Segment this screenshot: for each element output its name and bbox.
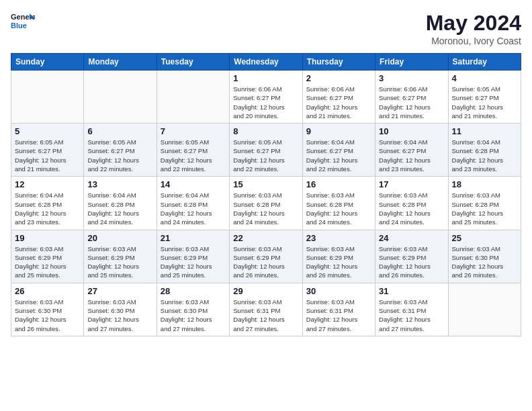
- day-info: Sunrise: 6:03 AMSunset: 6:31 PMDaylight:…: [306, 298, 371, 333]
- day-number: 2: [306, 73, 371, 83]
- calendar-cell: 21Sunrise: 6:03 AMSunset: 6:29 PMDayligh…: [157, 230, 229, 283]
- calendar-cell: 1Sunrise: 6:06 AMSunset: 6:27 PMDaylight…: [230, 71, 302, 124]
- day-number: 25: [452, 233, 517, 243]
- day-info: Sunrise: 6:03 AMSunset: 6:28 PMDaylight:…: [233, 191, 298, 226]
- day-number: 5: [15, 126, 80, 136]
- day-info: Sunrise: 6:06 AMSunset: 6:27 PMDaylight:…: [379, 85, 444, 120]
- day-number: 11: [452, 126, 517, 136]
- calendar-cell: 30Sunrise: 6:03 AMSunset: 6:31 PMDayligh…: [302, 283, 375, 336]
- day-info: Sunrise: 6:06 AMSunset: 6:27 PMDaylight:…: [233, 85, 298, 120]
- day-info: Sunrise: 6:03 AMSunset: 6:31 PMDaylight:…: [233, 298, 298, 333]
- day-number: 3: [379, 73, 444, 83]
- day-header-friday: Friday: [375, 54, 448, 71]
- day-info: Sunrise: 6:03 AMSunset: 6:29 PMDaylight:…: [233, 244, 298, 280]
- day-number: 17: [379, 179, 444, 189]
- day-info: Sunrise: 6:03 AMSunset: 6:28 PMDaylight:…: [452, 191, 517, 226]
- day-number: 28: [161, 286, 226, 296]
- calendar-cell: 10Sunrise: 6:04 AMSunset: 6:27 PMDayligh…: [375, 124, 448, 177]
- day-header-tuesday: Tuesday: [157, 54, 229, 71]
- day-info: Sunrise: 6:05 AMSunset: 6:27 PMDaylight:…: [87, 138, 152, 173]
- calendar-cell: 24Sunrise: 6:03 AMSunset: 6:29 PMDayligh…: [375, 230, 448, 283]
- day-number: 9: [306, 126, 371, 136]
- day-number: 1: [233, 73, 298, 83]
- calendar-cell: 18Sunrise: 6:03 AMSunset: 6:28 PMDayligh…: [448, 177, 521, 230]
- day-number: 6: [87, 126, 152, 136]
- day-number: 26: [15, 286, 80, 296]
- day-info: Sunrise: 6:04 AMSunset: 6:28 PMDaylight:…: [452, 138, 517, 173]
- day-number: 7: [161, 126, 226, 136]
- day-number: 13: [87, 179, 152, 189]
- day-info: Sunrise: 6:04 AMSunset: 6:27 PMDaylight:…: [379, 138, 444, 173]
- week-row-4: 19Sunrise: 6:03 AMSunset: 6:29 PMDayligh…: [11, 230, 521, 283]
- day-info: Sunrise: 6:04 AMSunset: 6:28 PMDaylight:…: [15, 191, 80, 226]
- week-row-5: 26Sunrise: 6:03 AMSunset: 6:30 PMDayligh…: [11, 283, 521, 336]
- day-number: 24: [379, 233, 444, 243]
- calendar-cell: 13Sunrise: 6:04 AMSunset: 6:28 PMDayligh…: [84, 177, 157, 230]
- calendar-cell: 9Sunrise: 6:04 AMSunset: 6:27 PMDaylight…: [302, 124, 375, 177]
- day-header-monday: Monday: [84, 54, 157, 71]
- calendar-cell: 14Sunrise: 6:04 AMSunset: 6:28 PMDayligh…: [157, 177, 229, 230]
- calendar-cell: 2Sunrise: 6:06 AMSunset: 6:27 PMDaylight…: [302, 71, 375, 124]
- calendar-header-row: SundayMondayTuesdayWednesdayThursdayFrid…: [11, 54, 521, 71]
- day-info: Sunrise: 6:03 AMSunset: 6:31 PMDaylight:…: [379, 298, 444, 333]
- day-info: Sunrise: 6:05 AMSunset: 6:27 PMDaylight:…: [233, 138, 298, 173]
- day-info: Sunrise: 6:03 AMSunset: 6:29 PMDaylight:…: [15, 244, 80, 280]
- subtitle: Moronou, Ivory Coast: [426, 36, 521, 46]
- day-info: Sunrise: 6:03 AMSunset: 6:30 PMDaylight:…: [452, 244, 517, 280]
- calendar-cell: 3Sunrise: 6:06 AMSunset: 6:27 PMDaylight…: [375, 71, 448, 124]
- calendar-cell: [448, 283, 521, 336]
- day-number: 18: [452, 179, 517, 189]
- calendar-cell: 8Sunrise: 6:05 AMSunset: 6:27 PMDaylight…: [230, 124, 302, 177]
- calendar-cell: [84, 71, 157, 124]
- day-info: Sunrise: 6:06 AMSunset: 6:27 PMDaylight:…: [306, 85, 371, 120]
- week-row-1: 1Sunrise: 6:06 AMSunset: 6:27 PMDaylight…: [11, 71, 521, 124]
- day-info: Sunrise: 6:04 AMSunset: 6:28 PMDaylight:…: [161, 191, 226, 226]
- calendar-cell: 22Sunrise: 6:03 AMSunset: 6:29 PMDayligh…: [230, 230, 302, 283]
- day-number: 16: [306, 179, 371, 189]
- day-header-thursday: Thursday: [302, 54, 375, 71]
- calendar-cell: 25Sunrise: 6:03 AMSunset: 6:30 PMDayligh…: [448, 230, 521, 283]
- week-row-2: 5Sunrise: 6:05 AMSunset: 6:27 PMDaylight…: [11, 124, 521, 177]
- day-number: 14: [161, 179, 226, 189]
- calendar-cell: 26Sunrise: 6:03 AMSunset: 6:30 PMDayligh…: [11, 283, 84, 336]
- day-info: Sunrise: 6:04 AMSunset: 6:28 PMDaylight:…: [87, 191, 152, 226]
- calendar-cell: 6Sunrise: 6:05 AMSunset: 6:27 PMDaylight…: [84, 124, 157, 177]
- day-info: Sunrise: 6:03 AMSunset: 6:30 PMDaylight:…: [87, 298, 152, 333]
- day-header-wednesday: Wednesday: [230, 54, 302, 71]
- day-number: 19: [15, 233, 80, 243]
- calendar-cell: 12Sunrise: 6:04 AMSunset: 6:28 PMDayligh…: [11, 177, 84, 230]
- day-number: 30: [306, 286, 371, 296]
- day-info: Sunrise: 6:03 AMSunset: 6:29 PMDaylight:…: [306, 244, 371, 280]
- calendar-cell: 7Sunrise: 6:05 AMSunset: 6:27 PMDaylight…: [157, 124, 229, 177]
- calendar: SundayMondayTuesdayWednesdayThursdayFrid…: [11, 53, 521, 336]
- calendar-cell: 31Sunrise: 6:03 AMSunset: 6:31 PMDayligh…: [375, 283, 448, 336]
- day-number: 20: [87, 233, 152, 243]
- day-number: 23: [306, 233, 371, 243]
- day-number: 8: [233, 126, 298, 136]
- calendar-cell: 28Sunrise: 6:03 AMSunset: 6:30 PMDayligh…: [157, 283, 229, 336]
- calendar-cell: 20Sunrise: 6:03 AMSunset: 6:29 PMDayligh…: [84, 230, 157, 283]
- calendar-cell: [11, 71, 84, 124]
- calendar-cell: 16Sunrise: 6:03 AMSunset: 6:28 PMDayligh…: [302, 177, 375, 230]
- main-title: May 2024: [426, 11, 521, 36]
- day-info: Sunrise: 6:05 AMSunset: 6:27 PMDaylight:…: [15, 138, 80, 173]
- calendar-cell: 11Sunrise: 6:04 AMSunset: 6:28 PMDayligh…: [448, 124, 521, 177]
- day-number: 4: [452, 73, 517, 83]
- calendar-cell: 15Sunrise: 6:03 AMSunset: 6:28 PMDayligh…: [230, 177, 302, 230]
- day-header-sunday: Sunday: [11, 54, 84, 71]
- day-number: 31: [379, 286, 444, 296]
- day-info: Sunrise: 6:03 AMSunset: 6:28 PMDaylight:…: [306, 191, 371, 226]
- header: General Blue May 2024 Moronou, Ivory Coa…: [11, 11, 521, 46]
- calendar-cell: 4Sunrise: 6:05 AMSunset: 6:27 PMDaylight…: [448, 71, 521, 124]
- calendar-cell: 19Sunrise: 6:03 AMSunset: 6:29 PMDayligh…: [11, 230, 84, 283]
- calendar-cell: 23Sunrise: 6:03 AMSunset: 6:29 PMDayligh…: [302, 230, 375, 283]
- logo-icon: General Blue: [11, 11, 35, 31]
- logo: General Blue: [11, 11, 35, 31]
- calendar-cell: 29Sunrise: 6:03 AMSunset: 6:31 PMDayligh…: [230, 283, 302, 336]
- day-number: 29: [233, 286, 298, 296]
- svg-text:Blue: Blue: [11, 21, 27, 30]
- title-area: May 2024 Moronou, Ivory Coast: [426, 11, 521, 46]
- day-info: Sunrise: 6:04 AMSunset: 6:27 PMDaylight:…: [306, 138, 371, 173]
- week-row-3: 12Sunrise: 6:04 AMSunset: 6:28 PMDayligh…: [11, 177, 521, 230]
- calendar-cell: 5Sunrise: 6:05 AMSunset: 6:27 PMDaylight…: [11, 124, 84, 177]
